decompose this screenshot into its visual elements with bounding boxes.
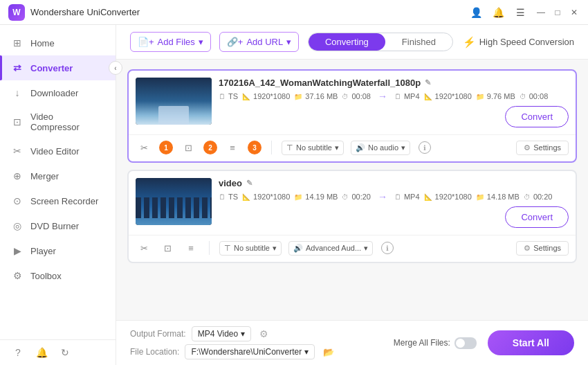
file-card-top-1: 170216A_142_WomanWatchingWaterfall_1080p… — [129, 71, 576, 134]
output-format-select[interactable]: MP4 Video ▾ — [192, 326, 251, 341]
output-size-2: 📁 14.18 MB — [476, 193, 520, 201]
crop-icon-2[interactable]: ⊡ — [159, 240, 176, 256]
output-size-text-2: 14.18 MB — [487, 193, 520, 201]
merge-toggle[interactable] — [454, 337, 477, 349]
format-settings-icon[interactable]: ⚙ — [259, 328, 268, 339]
minimize-btn[interactable]: — — [535, 7, 546, 18]
source-dur-2: ⏱ 00:20 — [342, 193, 371, 201]
audio-select-2[interactable]: 🔊 Advanced Aud... ▾ — [288, 241, 373, 256]
menu-icon[interactable]: ☰ — [511, 3, 530, 22]
sidebar-item-dvd-burner[interactable]: ◎ DVD Burner — [0, 213, 116, 238]
maximize-btn[interactable]: □ — [552, 7, 563, 18]
file-icon-src-2: 🗒 — [219, 193, 226, 201]
sidebar-item-player[interactable]: ▶ Player — [0, 238, 116, 263]
dur-icon-out: ⏱ — [520, 93, 526, 100]
source-dur-text-1: 00:08 — [351, 92, 371, 100]
file-title-text-2: video — [219, 178, 242, 188]
sidebar-item-home[interactable]: ⊞ Home — [0, 30, 116, 55]
add-files-icon: 📄+ — [138, 37, 154, 47]
convert-arrow-2: → — [378, 191, 387, 202]
sidebar-item-label: Screen Recorder — [30, 196, 98, 206]
compressor-icon: ⊡ — [11, 116, 24, 128]
cut-icon-1[interactable]: ✂ — [136, 139, 152, 156]
format-chevron: ▾ — [241, 329, 245, 339]
convert-btn-container-1: Convert — [505, 106, 569, 127]
help-icon[interactable]: ? — [11, 346, 25, 359]
source-res-text-2: 1920*1080 — [253, 193, 290, 201]
file-title-1: 170216A_142_WomanWatchingWaterfall_1080p… — [219, 78, 569, 88]
info-btn-2[interactable]: ℹ — [381, 242, 394, 254]
sidebar-item-toolbox[interactable]: ⚙ Toolbox — [0, 263, 116, 288]
file-location-select[interactable]: F:\Wondershare\UniConverter ▾ — [185, 344, 315, 359]
start-all-btn[interactable]: Start All — [488, 330, 574, 355]
cog-icon-2: ⚙ — [524, 244, 531, 253]
file-info-2: video ✎ 🗒 TS 📐 1920*1080 — [219, 178, 569, 228]
file-info-1: 170216A_142_WomanWatchingWaterfall_1080p… — [219, 78, 569, 127]
bell-icon[interactable]: 🔔 — [488, 3, 508, 22]
add-files-chevron: ▾ — [199, 37, 203, 47]
source-size-text-2: 14.19 MB — [305, 193, 338, 201]
edit-title-icon-2[interactable]: ✎ — [246, 179, 252, 188]
merger-icon: ⊕ — [11, 170, 24, 182]
cut-icon-2[interactable]: ✂ — [136, 240, 152, 256]
output-res-1: 📐 1920*1080 — [424, 92, 472, 100]
effects-icon-2[interactable]: ≡ — [183, 240, 199, 256]
audio-icon-1: 🔊 — [356, 143, 365, 152]
info-btn-1[interactable]: ℹ — [419, 141, 431, 154]
add-url-icon: 🔗+ — [227, 37, 244, 47]
source-format-text-2: TS — [228, 193, 238, 201]
source-res-text-1: 1920*1080 — [253, 92, 290, 100]
sidebar-item-screen-recorder[interactable]: ⊙ Screen Recorder — [0, 188, 116, 213]
output-dur-text-1: 00:08 — [529, 92, 549, 100]
edit-title-icon-1[interactable]: ✎ — [425, 78, 431, 87]
sidebar-item-merger[interactable]: ⊕ Merger — [0, 163, 116, 188]
add-files-btn[interactable]: 📄+ Add Files ▾ — [130, 32, 211, 52]
output-dur-text-2: 00:20 — [533, 193, 553, 201]
settings-btn-1[interactable]: ⚙ Settings — [516, 141, 569, 155]
sidebar-item-video-compressor[interactable]: ⊡ Video Compressor — [0, 105, 116, 139]
sidebar-item-label: Video Compressor — [30, 112, 104, 132]
effects-icon-1[interactable]: ≡ — [224, 139, 241, 156]
source-res-1: 📐 1920*1080 — [242, 92, 290, 100]
sidebar-item-downloader[interactable]: ↓ Downloader — [0, 80, 116, 105]
tab-group: Converting Finished — [308, 33, 453, 51]
thumbnail-waterfall — [136, 78, 212, 125]
close-btn[interactable]: ✕ — [569, 7, 580, 18]
add-url-btn[interactable]: 🔗+ Add URL ▾ — [219, 32, 299, 52]
crop-icon-1[interactable]: ⊡ — [180, 139, 196, 156]
titlebar-controls: 👤 🔔 ☰ — □ ✕ — [466, 3, 580, 22]
tab-finished[interactable]: Finished — [385, 33, 452, 51]
sidebar-collapse-btn[interactable]: ‹ — [109, 61, 122, 75]
browse-folder-btn[interactable]: 📂 — [323, 347, 334, 357]
subtitle-select-2[interactable]: ⊤ No subtitle ▾ — [219, 241, 282, 256]
divider-1 — [271, 141, 272, 154]
subtitle-text-2: No subtitle — [234, 244, 270, 252]
file-location-field: File Location: F:\Wondershare\UniConvert… — [130, 344, 383, 359]
file-icon-out: 🗒 — [394, 93, 401, 100]
output-size-text-1: 9.76 MB — [487, 92, 515, 100]
refresh-icon[interactable]: ↻ — [58, 346, 72, 359]
titlebar-left: W Wondershare UniConverter — [8, 4, 140, 21]
sidebar-item-label: Home — [30, 38, 55, 48]
source-dur-text-2: 00:20 — [351, 193, 371, 201]
subtitle-select-1[interactable]: ⊤ No subtitle ▾ — [282, 141, 344, 155]
source-dur-1: ⏱ 00:08 — [342, 92, 371, 100]
dvd-icon: ◎ — [11, 220, 24, 232]
dur-icon-src-2: ⏱ — [342, 193, 349, 201]
settings-btn-2[interactable]: ⚙ Settings — [516, 241, 569, 256]
notification-icon[interactable]: 🔔 — [35, 346, 48, 359]
merge-row: Merge All Files: — [394, 337, 477, 349]
format-value: MP4 Video — [198, 329, 238, 339]
badge-1-1: 1 — [159, 141, 173, 154]
convert-btn-2[interactable]: Convert — [505, 206, 569, 228]
app-title: Wondershare UniConverter — [30, 7, 140, 17]
sidebar-item-label: Merger — [30, 171, 59, 181]
high-speed-btn[interactable]: ⚡ High Speed Conversion — [463, 36, 574, 48]
sidebar-item-video-editor[interactable]: ✂ Video Editor — [0, 139, 116, 163]
sidebar-item-label: Toolbox — [30, 271, 62, 281]
user-icon[interactable]: 👤 — [466, 3, 486, 22]
audio-select-1[interactable]: 🔊 No audio ▾ — [351, 141, 410, 155]
tab-converting[interactable]: Converting — [309, 33, 385, 51]
sidebar-item-converter[interactable]: ⇄ Converter ‹ — [0, 55, 116, 80]
convert-btn-1[interactable]: Convert — [505, 106, 569, 127]
